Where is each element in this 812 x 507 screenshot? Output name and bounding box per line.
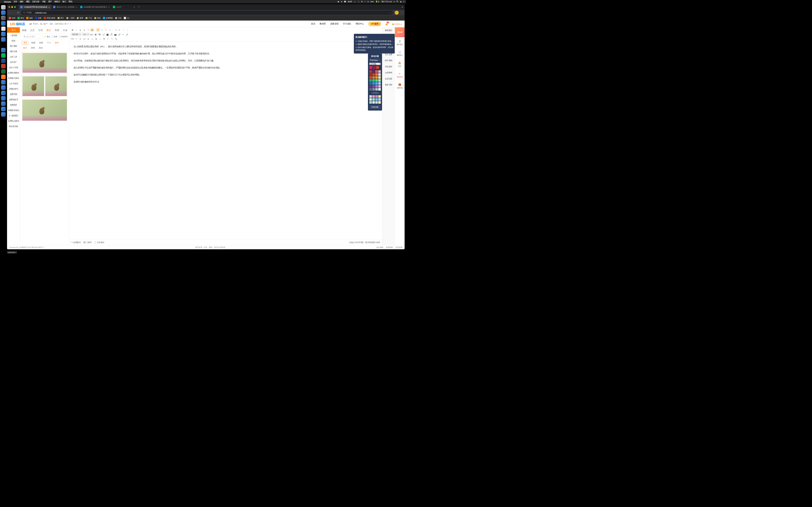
refresh-icon[interactable]: ⟳ [67, 23, 69, 25]
color-swatch[interactable] [372, 79, 375, 82]
html-button[interactable]: HTML [71, 37, 74, 41]
profile-avatar[interactable]: 😊 [395, 11, 399, 15]
url-input[interactable]: ⓘ 不安全 | 135editor.com ☆ [21, 11, 393, 15]
dock-app6[interactable] [1, 101, 6, 106]
bm-oa[interactable]: OAOA [124, 17, 130, 19]
nav-home[interactable]: 首页 [311, 22, 315, 25]
sidebar-template-lib[interactable]: 免费模板库 [7, 97, 20, 102]
dock-wps[interactable] [1, 96, 6, 101]
status-icon[interactable]: ⊕ [341, 1, 342, 3]
close-tab-icon[interactable]: × [134, 6, 135, 8]
special-char-button[interactable]: Ω [87, 37, 90, 41]
bm-folder-news[interactable]: 📁新闻 [77, 17, 83, 19]
emoji-button[interactable]: ☺ [91, 37, 94, 41]
sidebar-articles[interactable]: 我的文章 [7, 49, 20, 54]
table-button[interactable]: ▦ [94, 33, 97, 36]
dock-app2[interactable] [1, 32, 6, 36]
sidebar-hot-article[interactable]: 免费爆文素材 [7, 75, 20, 81]
clear-format-button[interactable]: T [87, 28, 90, 32]
filter-dark[interactable]: 深色模式 [59, 36, 68, 38]
color-swatch[interactable] [369, 79, 372, 82]
close-tab-icon[interactable]: × [49, 6, 50, 8]
color-mode-select[interactable]: 全文换色 [369, 63, 380, 65]
menu-icon[interactable]: ≡ [403, 1, 404, 3]
color-swatch[interactable] [375, 98, 378, 101]
quote-button[interactable]: ❝ [75, 37, 78, 41]
ime-indicator[interactable]: 中 [361, 1, 363, 3]
sidebar-design[interactable]: 免费作图 [7, 92, 20, 97]
color-swatch[interactable] [369, 101, 372, 104]
long-image-button[interactable]: 生成长图 [382, 76, 395, 82]
flag-button[interactable]: ⚑ [102, 37, 106, 41]
bluetooth-icon[interactable]: ᛒ [364, 1, 366, 3]
subtab-recommend[interactable]: 推荐 [22, 41, 29, 45]
window-minimize[interactable] [11, 6, 13, 8]
menu-bookmarks[interactable]: 书签 [42, 1, 46, 3]
reload-button[interactable]: ⟳ [17, 11, 19, 14]
list-button[interactable]: ☰ [94, 37, 98, 41]
color-swatch[interactable] [378, 76, 381, 79]
user-badge[interactable]: 👑 2018 a [392, 22, 402, 25]
color-swatch[interactable] [375, 82, 378, 85]
bm-folder-qr[interactable]: 📁二维码 [66, 17, 74, 19]
dock-finder[interactable] [1, 5, 6, 10]
color-swatch[interactable] [372, 82, 375, 85]
size-select[interactable]: 15px [82, 33, 89, 36]
dock-app4[interactable] [1, 86, 6, 90]
dock-trash[interactable] [1, 112, 6, 117]
bold-button[interactable]: B [71, 28, 74, 32]
audio-button[interactable]: 🎵 [110, 33, 113, 36]
paragraph[interactable]: 文| 孙凌霞 美国注册营养师（RD），曾任美国哈佛大学儿童营养研究助理，美国约翰… [73, 45, 378, 49]
spacing-button[interactable]: ↔ [126, 28, 129, 32]
color-swatch[interactable] [369, 66, 372, 69]
apps-shortcut[interactable]: 应用 [9, 17, 15, 19]
dock-firefox[interactable] [1, 75, 6, 79]
sidebar-image-lib[interactable]: 免费图库 [7, 102, 20, 108]
color-swatch[interactable] [375, 73, 378, 76]
color-swatch[interactable] [378, 88, 381, 91]
color-swatch[interactable] [372, 85, 375, 88]
dock-chrome[interactable] [1, 21, 6, 25]
paragraph[interactable]: 癌症治疗过程中，放化疗是常使用的治疗手段，但也带来了很多影响饮食的副作用。恶心和… [73, 52, 378, 56]
color-swatch[interactable] [378, 95, 381, 98]
color-swatch[interactable] [372, 70, 375, 73]
color-swatch[interactable] [372, 98, 375, 101]
bm-folder-travel[interactable]: 📁旅游 [94, 17, 101, 19]
search-input[interactable]: 🔍 输入关键字 [22, 35, 43, 39]
tab-industry[interactable]: 行业 [61, 27, 69, 34]
color-swatch[interactable] [378, 98, 381, 101]
eraser-button[interactable]: ✂ [121, 33, 125, 36]
emoji-icon[interactable]: ☺ [354, 1, 356, 3]
sidebar-auto-image[interactable]: 【一键配图】 [7, 113, 20, 118]
paragraph[interactable]: 选择恰当的食物和烹饪方法 [73, 80, 378, 84]
cloud-draft-button[interactable]: 云端草稿 [382, 70, 395, 76]
copy-button[interactable]: ⎘ [79, 37, 82, 41]
qrcode-button[interactable]: ▦ 二维码 [84, 241, 91, 244]
justify-button[interactable]: ≡ [108, 28, 112, 32]
help-center-button[interactable]: ▢帮助中心 [395, 48, 405, 59]
sidebar-viral[interactable]: 病毒裂变涨粉 [7, 108, 20, 113]
new-tab-button[interactable]: + [138, 6, 140, 9]
more-functions-button[interactable]: 更多功能 [382, 82, 395, 88]
color-swatch[interactable] [369, 88, 372, 91]
gift-button[interactable]: 🎁充值礼包 [395, 80, 405, 92]
font-color-button[interactable]: A [83, 28, 86, 32]
nav-library[interactable]: 素材库 [319, 22, 326, 25]
menu-file[interactable]: 文件 [13, 1, 17, 3]
color-swatch[interactable] [369, 70, 372, 73]
dock-safari[interactable] [1, 26, 6, 31]
special-functions-button[interactable]: 特色功能 [369, 105, 380, 109]
dock-excel[interactable] [1, 69, 6, 74]
bm-folder-product[interactable]: 📁产品 [86, 17, 92, 19]
dock-app5[interactable] [1, 91, 6, 95]
sidebar-video[interactable]: 【视频制作】 [7, 86, 20, 92]
window-maximize[interactable] [14, 6, 16, 8]
color-swatch[interactable] [372, 73, 375, 76]
vip-promo[interactable]: 7天VIP [395, 27, 405, 37]
color-swatch[interactable] [375, 70, 378, 73]
nav-learn[interactable]: 学习成长 [343, 22, 351, 25]
sidebar-hot-material[interactable]: 免费热点素材 [7, 118, 20, 124]
text-button[interactable]: 📝 [102, 33, 105, 36]
underline-button[interactable]: U [79, 28, 82, 32]
dock-app7[interactable] [1, 107, 6, 111]
